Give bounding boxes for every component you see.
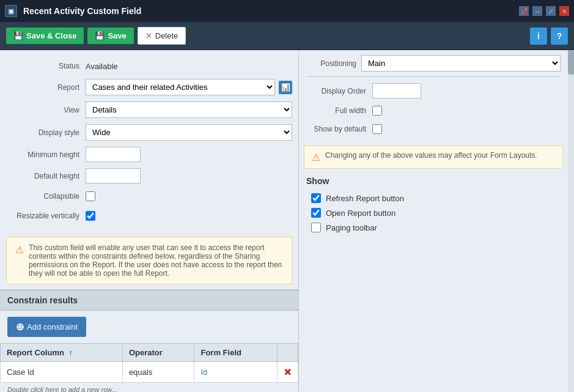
resizable-row: Resizable vertically — [0, 206, 298, 226]
cell-report-column: Case Id — [1, 362, 123, 383]
show-by-default-checkbox[interactable] — [372, 124, 382, 134]
title-bar: ▣ Recent Activity Custom Field 📌 – ⤢ ✕ — [0, 0, 574, 22]
report-label: Report — [6, 83, 86, 92]
display-order-input[interactable]: 1 — [372, 83, 421, 98]
report-select[interactable]: Cases and their related Activities — [86, 79, 275, 95]
report-select-wrapper: Cases and their related Activities 📊 — [86, 79, 292, 95]
info-icon: i — [537, 31, 540, 41]
full-width-row: Full width — [306, 102, 561, 120]
resizable-checkbox[interactable] — [86, 211, 95, 221]
chart-icon[interactable]: 📊 — [279, 81, 292, 94]
scroll-track[interactable] — [568, 50, 574, 392]
add-constraint-button[interactable]: ⊕ Add constraint — [7, 317, 86, 337]
default-height-input[interactable]: 180 — [86, 168, 141, 183]
double-click-hint: Double click here to add a new row... — [0, 383, 298, 392]
report-row: Report Cases and their related Activitie… — [0, 76, 298, 98]
main-content: Status Available Report Cases and their … — [0, 50, 574, 392]
open-report-label: Open Report button — [326, 209, 396, 218]
show-by-default-row: Show by default — [306, 120, 561, 138]
info-button[interactable]: i — [530, 28, 547, 45]
default-height-row: Default height 180 — [0, 165, 298, 187]
cell-remove: ✖ — [278, 362, 298, 383]
collapsible-row: Collapsible — [0, 187, 298, 206]
default-height-label: Default height — [6, 172, 86, 180]
save-label: Save — [108, 31, 126, 40]
positioning-row: Positioning Main — [306, 55, 561, 77]
left-panel: Status Available Report Cases and their … — [0, 50, 299, 392]
table-header-row: Report Column ↑ Operator Form Field — [1, 344, 298, 362]
show-item-refresh: Refresh Report button — [306, 191, 561, 205]
save-close-button[interactable]: 💾 Save & Close — [6, 28, 84, 44]
show-item-open: Open Report button — [306, 205, 561, 220]
warning-box: ⚠ This custom field will enable any user… — [6, 237, 292, 284]
add-constraint-plus-icon: ⊕ — [16, 321, 24, 333]
constrain-title: Constrain results — [7, 295, 78, 305]
save-button[interactable]: 💾 Save — [87, 28, 133, 44]
right-warning-icon: ⚠ — [312, 152, 320, 163]
show-item-paging: Paging toolbar — [306, 220, 561, 235]
window-controls: 📌 – ⤢ ✕ — [519, 6, 569, 16]
show-section: Show Refresh Report button Open Report b… — [299, 171, 568, 240]
collapsible-checkbox[interactable] — [86, 191, 95, 201]
warning-icon: ⚠ — [15, 244, 24, 256]
constrain-section: Constrain results ⊕ Add constraint Repor… — [0, 289, 298, 392]
save-icon: 💾 — [95, 31, 105, 40]
display-order-label: Display Order — [311, 87, 372, 95]
min-height-input[interactable]: 180 — [86, 147, 141, 162]
delete-button[interactable]: ✕ Delete — [138, 27, 186, 45]
display-style-label: Display style — [6, 128, 86, 137]
display-order-row: Display Order 1 — [306, 80, 561, 102]
window-title: Recent Activity Custom Field — [23, 6, 519, 16]
refresh-report-label: Refresh Report button — [326, 194, 404, 203]
right-warning-box: ⚠ Changing any of the above values may a… — [304, 146, 563, 169]
full-width-label: Full width — [311, 106, 372, 115]
col-report-column: Report Column ↑ — [1, 344, 123, 362]
open-report-checkbox[interactable] — [311, 208, 321, 218]
cell-form-field[interactable]: Id — [194, 362, 278, 383]
view-select[interactable]: Details — [86, 102, 292, 118]
help-button[interactable]: ? — [551, 28, 568, 45]
scroll-thumb[interactable] — [568, 50, 574, 75]
right-panel: Positioning Main Display Order 1 Full wi… — [299, 50, 568, 392]
collapsible-label: Collapsible — [6, 192, 86, 201]
constrain-header: Constrain results — [0, 290, 298, 311]
maximize-button[interactable]: ⤢ — [546, 6, 556, 16]
min-height-row: Minimum height 180 — [0, 144, 298, 165]
view-row: View Details — [0, 98, 298, 121]
view-label: View — [6, 106, 86, 114]
form-section: Status Available Report Cases and their … — [0, 50, 298, 232]
close-button[interactable]: ✕ — [559, 6, 569, 16]
delete-icon: ✕ — [145, 31, 152, 40]
status-row: Status Available — [0, 56, 298, 76]
paging-toolbar-checkbox[interactable] — [311, 223, 321, 232]
constraint-table: Report Column ↑ Operator Form Field — [0, 343, 298, 383]
app-icon: ▣ — [5, 5, 17, 17]
table-row: Case Id equals Id ✖ — [1, 362, 298, 383]
add-constraint-label: Add constraint — [27, 322, 78, 331]
positioning-select[interactable]: Main — [361, 55, 561, 72]
status-value: Available — [86, 62, 292, 71]
full-width-checkbox[interactable] — [372, 106, 382, 116]
refresh-report-checkbox[interactable] — [311, 193, 321, 203]
pin-button[interactable]: 📌 — [519, 6, 529, 16]
resizable-label: Resizable vertically — [6, 212, 86, 220]
right-warning-text: Changing any of the above values may aff… — [325, 151, 537, 160]
save-close-icon: 💾 — [13, 31, 23, 40]
paging-toolbar-label: Paging toolbar — [326, 223, 377, 232]
col-actions — [278, 344, 298, 362]
help-icon: ? — [557, 31, 562, 41]
sort-icon: ↑ — [69, 348, 73, 357]
display-style-select[interactable]: Wide — [86, 124, 292, 141]
cell-operator: equals — [122, 362, 194, 383]
positioning-label: Positioning — [306, 59, 361, 68]
remove-row-button[interactable]: ✖ — [284, 366, 292, 378]
right-top: Positioning Main Display Order 1 Full wi… — [299, 50, 568, 143]
display-style-row: Display style Wide — [0, 121, 298, 144]
delete-label: Delete — [155, 31, 178, 40]
toolbar: 💾 Save & Close 💾 Save ✕ Delete i ? — [0, 22, 574, 50]
warning-text: This custom field will enable any user t… — [29, 243, 283, 278]
show-title: Show — [306, 176, 561, 186]
status-label: Status — [6, 62, 86, 70]
show-by-default-label: Show by default — [311, 125, 372, 133]
minimize-button[interactable]: – — [532, 6, 542, 16]
